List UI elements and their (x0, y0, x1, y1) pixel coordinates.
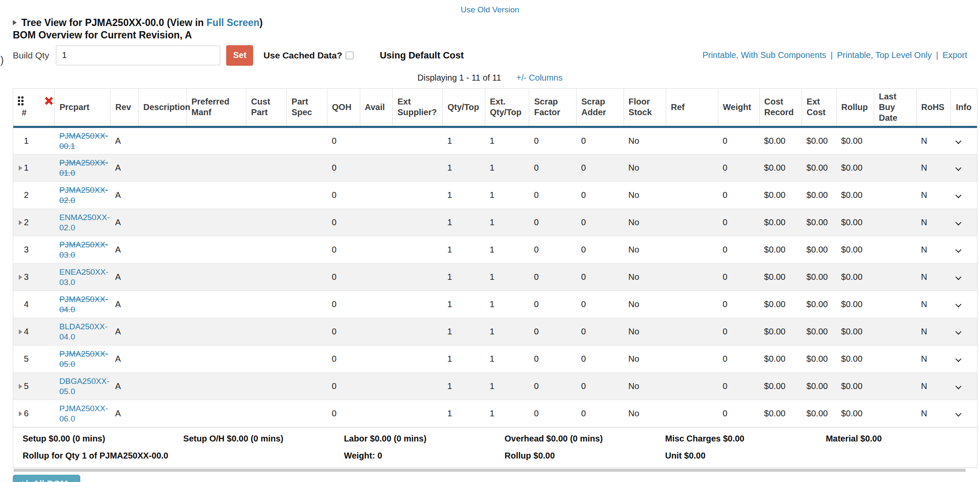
table-row: 2 ENMA250XX-02.0 A 0 1 1 0 0 No 0 $0.00 … (13, 209, 977, 236)
expand-arrow-icon[interactable] (19, 166, 22, 171)
set-button[interactable]: Set (226, 45, 253, 66)
cell-cust-part (246, 263, 287, 290)
prcpart-link[interactable]: PJMA250XX-05.0 (59, 349, 108, 369)
cell-rohs: N (916, 236, 951, 263)
info-chevron-icon[interactable] (955, 329, 961, 335)
expand-arrow-icon[interactable] (19, 220, 22, 225)
info-chevron-icon[interactable] (955, 138, 961, 144)
table-row: 5 DBGA250XX-05.0 A 0 1 1 0 0 No 0 $0.00 … (13, 372, 977, 400)
cell-description (138, 181, 187, 209)
cell-info (951, 318, 977, 345)
cell-rev: A (111, 209, 138, 236)
prcpart-link[interactable]: PJMA250XX-01.0 (59, 158, 108, 178)
info-chevron-icon[interactable] (955, 247, 961, 253)
info-chevron-icon[interactable] (955, 192, 961, 198)
cell-scrap-factor: 0 (529, 318, 577, 345)
prcpart-link[interactable]: BLDA250XX-04.0 (59, 322, 108, 342)
info-chevron-icon[interactable] (955, 220, 961, 226)
cell-scrap-adder: 0 (577, 290, 624, 318)
using-default-cost-label: Using Default Cost (380, 50, 464, 61)
cell-scrap-factor: 0 (529, 236, 577, 263)
cell-rohs: N (916, 127, 951, 154)
printable-top-level-only-link[interactable]: Printable, Top Level Only (837, 50, 932, 60)
prcpart-link[interactable]: ENEA250XX-03.0 (59, 267, 108, 287)
cell-ext-cost: $0.00 (802, 290, 836, 318)
prcpart-link[interactable]: PJMA250XX-03.0 (59, 240, 108, 260)
prcpart-link[interactable]: ENMA250XX-02.0 (59, 213, 110, 232)
info-chevron-icon[interactable] (955, 383, 961, 389)
column-header-label: Scrap Factor (534, 97, 560, 117)
cell-ext-supplier (393, 209, 443, 236)
prcpart-link[interactable]: PJMA250XX-00.1 (59, 131, 108, 151)
cell-qty-top: 1 (443, 318, 485, 345)
cell-qoh: 0 (327, 263, 360, 290)
table-row: 6 PJMA250XX-06.0 A 0 1 1 0 0 No 0 $0.00 … (13, 400, 977, 427)
build-qty-input[interactable] (56, 46, 220, 65)
tree-view-collapse-icon[interactable] (13, 20, 17, 25)
cell-weight: 0 (718, 372, 759, 400)
info-chevron-icon[interactable] (955, 165, 961, 171)
column-header-avail: Avail (360, 89, 393, 127)
cell-qoh: 0 (327, 318, 360, 345)
all-boms-button[interactable]: +/- All BOMs (13, 475, 80, 482)
cell-prcpart: PJMA250XX-03.0 (55, 236, 111, 263)
cell-rollup: $0.00 (837, 209, 874, 236)
remove-icon[interactable] (44, 96, 54, 106)
info-chevron-icon[interactable] (955, 302, 961, 308)
setup-cost: Setup $0.00 (0 mins) (13, 434, 174, 444)
cell-ref (666, 290, 718, 318)
horizontal-scrollbar[interactable] (14, 469, 965, 472)
drag-handle-icon[interactable] (18, 96, 23, 105)
info-chevron-icon[interactable] (955, 274, 961, 280)
cell-ext-qty-top: 1 (485, 400, 529, 427)
use-cached-checkbox[interactable] (346, 52, 353, 59)
column-header-label: Rev (115, 102, 131, 112)
table-row: 2 PJMA250XX-02.0 A 0 1 1 0 0 No 0 $0.00 … (13, 181, 977, 209)
prcpart-link[interactable]: DBGA250XX-05.0 (59, 377, 109, 396)
prcpart-link[interactable]: PJMA250XX-04.0 (59, 295, 108, 314)
column-header-qty-top: Qty/Top (443, 89, 485, 127)
displaying-row: Displaying 1 - 11 of 11 +/- Columns (0, 73, 980, 83)
cell-last-buy-date (874, 372, 916, 400)
expand-arrow-icon[interactable] (19, 329, 22, 334)
cell-num: 1 (13, 154, 55, 181)
labor-cost: Labor $0.00 (0 mins) (335, 434, 495, 444)
printable-links: Printable, With Sub Components|Printable… (703, 50, 967, 60)
expand-arrow-icon[interactable] (19, 275, 22, 280)
cell-prcpart: PJMA250XX-05.0 (55, 345, 111, 372)
column-header-label: QOH (332, 102, 352, 112)
cell-rev: A (111, 400, 138, 427)
column-header-label: RoHS (921, 102, 944, 112)
full-screen-link[interactable]: Full Screen (207, 17, 260, 28)
cell-description (138, 263, 187, 290)
cell-prcpart: PJMA250XX-04.0 (55, 290, 111, 318)
prcpart-link[interactable]: PJMA250XX-06.0 (59, 404, 108, 424)
prcpart-link[interactable]: PJMA250XX-02.0 (59, 186, 108, 205)
column-header-label: Weight (723, 102, 751, 112)
expand-arrow-icon[interactable] (19, 384, 22, 389)
use-old-version-link[interactable]: Use Old Version (461, 5, 519, 14)
cell-cust-part (246, 290, 287, 318)
expand-arrow-icon[interactable] (19, 411, 22, 416)
columns-toggle-link[interactable]: +/- Columns (516, 73, 563, 82)
cell-weight: 0 (718, 236, 759, 263)
cell-ext-supplier (393, 400, 443, 427)
cell-info (951, 127, 977, 154)
cell-scrap-factor: 0 (529, 154, 577, 181)
cell-ext-cost: $0.00 (802, 263, 836, 290)
export-link[interactable]: Export (942, 50, 967, 60)
cell-ext-cost: $0.00 (802, 127, 836, 154)
cell-rollup: $0.00 (837, 290, 874, 318)
printable-with-sub-components-link[interactable]: Printable, With Sub Components (703, 50, 826, 60)
cell-preferred-manf (187, 236, 246, 263)
column-header-label: Part Spec (292, 97, 312, 117)
column-header-label: Prcpart (59, 102, 89, 112)
info-chevron-icon[interactable] (955, 356, 961, 362)
cell-description (138, 372, 187, 400)
info-chevron-icon[interactable] (955, 411, 961, 417)
cell-scrap-factor: 0 (529, 263, 577, 290)
column-header-scrap-adder: Scrap Adder (577, 89, 624, 127)
column-header-label: Preferred Manf (192, 97, 230, 117)
cell-rollup: $0.00 (837, 154, 874, 181)
cell-ext-cost: $0.00 (802, 154, 836, 181)
